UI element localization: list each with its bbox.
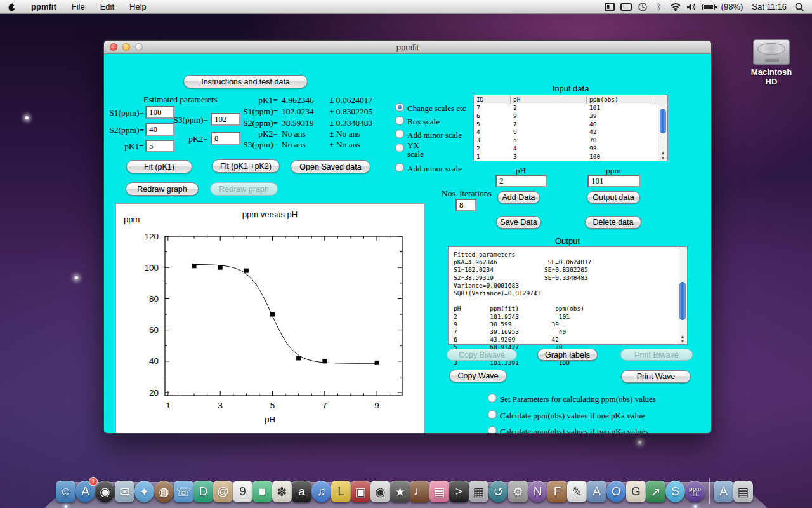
output-data-button[interactable]: Output data bbox=[587, 191, 640, 204]
output-box[interactable]: Fitted parameters pKA=4.962346 SE=0.0624… bbox=[448, 246, 688, 345]
bluetooth-icon[interactable]: ᛒ bbox=[653, 1, 665, 13]
dock-terminal-icon[interactable]: > bbox=[449, 479, 469, 504]
table-row[interactable]: 6939 bbox=[474, 112, 667, 121]
dock-fetch-icon[interactable]: F bbox=[547, 479, 567, 504]
dock-ppmfit-app-icon[interactable]: ppm fit bbox=[685, 479, 705, 504]
dock-garageband-icon[interactable]: ♩ bbox=[410, 479, 429, 504]
table-row[interactable]: 2498 bbox=[474, 145, 667, 153]
output-scroll-arrows[interactable]: ▲▼ bbox=[678, 334, 687, 344]
menu-help[interactable]: Help bbox=[122, 0, 154, 14]
dock-camera-app-icon[interactable]: ◉ bbox=[370, 479, 390, 504]
ph-entry-input[interactable] bbox=[495, 175, 547, 187]
photo-booth-glyph: ▣ bbox=[351, 481, 370, 502]
output-scroll-thumb[interactable] bbox=[679, 282, 686, 320]
open-saved-data-button[interactable]: Open Saved data bbox=[291, 160, 370, 173]
dock-applications-folder-icon[interactable]: A bbox=[714, 479, 733, 504]
radio-calc-one-pka[interactable] bbox=[488, 410, 497, 419]
ppm-entry-input[interactable] bbox=[587, 175, 640, 187]
table-row[interactable]: 72101 bbox=[474, 104, 667, 112]
save-data-button[interactable]: Save Data bbox=[496, 216, 541, 229]
input-data-table[interactable]: ID pH ppm(obs) 7210169395740464235702498… bbox=[473, 95, 668, 161]
macintosh-hd-icon[interactable]: Macintosh HD bbox=[747, 39, 796, 86]
copy-wave-button[interactable]: Copy Wave bbox=[449, 370, 507, 382]
amazon-kindle-glyph: a bbox=[292, 481, 311, 502]
window-titlebar[interactable]: ppmfit bbox=[104, 41, 711, 54]
table-scroll-thumb[interactable] bbox=[660, 109, 666, 133]
window-title: ppmfit bbox=[104, 43, 711, 52]
fitted-s1-label: S1(ppm)= bbox=[214, 107, 278, 117]
instructions-button[interactable]: Instructions and test data bbox=[183, 75, 308, 88]
itunes-glyph: ♫ bbox=[311, 481, 331, 502]
dock-time-machine-icon[interactable]: ↺ bbox=[488, 479, 508, 504]
table-row[interactable]: 13100 bbox=[474, 153, 667, 161]
radio-set-parameters[interactable] bbox=[488, 394, 497, 403]
iterations-input[interactable] bbox=[455, 199, 476, 211]
dock-blueprint-app-icon[interactable]: A bbox=[587, 479, 606, 504]
dock-textedit-icon[interactable]: ✎ bbox=[567, 479, 587, 504]
time-machine-icon[interactable] bbox=[636, 1, 649, 13]
dock-d-app-icon[interactable]: D bbox=[193, 479, 213, 504]
table-scrollbar[interactable]: ▲▼ bbox=[658, 104, 667, 161]
radio-add-minor-scale-2[interactable] bbox=[395, 163, 404, 172]
apple-menu[interactable] bbox=[0, 0, 23, 14]
dock-gimp-icon[interactable]: G bbox=[626, 479, 646, 504]
display-icon[interactable] bbox=[620, 1, 632, 13]
dock-mail-icon[interactable]: ✉ bbox=[115, 479, 134, 504]
table-row[interactable]: 4642 bbox=[474, 128, 667, 137]
menu-clock[interactable]: Sat 11:16 bbox=[749, 2, 789, 11]
dock-dashboard-icon[interactable]: ◉ bbox=[95, 479, 115, 504]
graph-title: ppm versus pH bbox=[116, 210, 424, 219]
redraw-graph-button[interactable]: Redraw graph bbox=[126, 182, 199, 196]
output-scrollbar[interactable]: ▲▼ bbox=[678, 247, 687, 344]
input-source-icon[interactable] bbox=[603, 1, 616, 13]
table-row[interactable]: 3570 bbox=[474, 137, 667, 145]
dock-openoffice-icon[interactable]: O bbox=[606, 479, 626, 504]
dock-imovie-icon[interactable]: ★ bbox=[390, 479, 410, 504]
menu-file[interactable]: File bbox=[64, 0, 93, 14]
spotlight-icon[interactable] bbox=[793, 1, 806, 13]
radio-change-scales[interactable] bbox=[395, 103, 404, 112]
applications-folder-glyph: A bbox=[714, 481, 733, 502]
dock-amazon-kindle-icon[interactable]: a bbox=[292, 479, 311, 504]
add-data-button[interactable]: Add Data bbox=[497, 191, 540, 204]
table-cell: 40 bbox=[587, 121, 650, 129]
dock-nvu-icon[interactable]: N bbox=[528, 479, 547, 504]
print-wave-button[interactable]: Print Wave bbox=[621, 370, 691, 383]
table-cell: 101 bbox=[587, 104, 650, 112]
table-row[interactable]: 5740 bbox=[474, 121, 667, 129]
dock-safari-icon[interactable]: ✦ bbox=[134, 479, 154, 504]
dock-app-store-icon[interactable]: A1 bbox=[75, 479, 95, 504]
svg-text:9: 9 bbox=[374, 401, 379, 410]
battery-icon[interactable] bbox=[702, 1, 715, 13]
dock-image-capture-icon[interactable]: ▦ bbox=[469, 479, 488, 504]
dock-address-book-icon[interactable]: @ bbox=[213, 479, 233, 504]
dock-ical-icon[interactable]: 9 bbox=[233, 479, 252, 504]
dock-collage-app-icon[interactable]: ▤ bbox=[429, 479, 449, 504]
dock-finder-icon[interactable]: ☺ bbox=[56, 479, 75, 504]
radio-yx-scale[interactable] bbox=[395, 144, 404, 152]
dock-itunes-icon[interactable]: ♫ bbox=[311, 479, 331, 504]
radio-calc-two-pka[interactable] bbox=[488, 426, 497, 434]
fit-pk1-pk2-button[interactable]: Fit (pK1 +pK2) bbox=[212, 159, 280, 173]
radio-add-minor-scale-1[interactable] bbox=[395, 130, 404, 138]
dock-skype-icon[interactable]: S bbox=[665, 479, 685, 504]
volume-icon[interactable] bbox=[686, 1, 698, 13]
dock-photo-booth-icon[interactable]: ▣ bbox=[351, 479, 370, 504]
delete-data-button[interactable]: Delete data bbox=[585, 216, 641, 229]
fit-pk1-button[interactable]: Fit (pK1) bbox=[126, 160, 192, 173]
radio-box-scale[interactable] bbox=[395, 116, 404, 125]
dock-logo-creator-icon[interactable]: L bbox=[331, 479, 351, 504]
redraw-graph-disabled-button: Redraw graph bbox=[210, 182, 278, 196]
dock-iphoto-icon[interactable]: ✽ bbox=[272, 479, 292, 504]
menu-app-name[interactable]: ppmfit bbox=[23, 0, 64, 14]
dock-grapher-app-icon[interactable]: ↗ bbox=[646, 479, 665, 504]
table-scroll-arrows[interactable]: ▲▼ bbox=[658, 150, 667, 161]
dock-cube-app-icon[interactable]: ■ bbox=[252, 479, 272, 504]
dock-widget-app-icon[interactable]: ◍ bbox=[154, 479, 174, 504]
dock-system-preferences-icon[interactable]: ⚙ bbox=[508, 479, 528, 504]
dock-ichat-icon[interactable]: ☏ bbox=[174, 479, 193, 504]
menu-edit[interactable]: Edit bbox=[93, 0, 122, 14]
graph-labels-button[interactable]: Graph labels bbox=[537, 349, 598, 361]
wifi-icon[interactable] bbox=[669, 1, 682, 13]
dock-trash-icon[interactable]: ▤ bbox=[733, 479, 753, 504]
